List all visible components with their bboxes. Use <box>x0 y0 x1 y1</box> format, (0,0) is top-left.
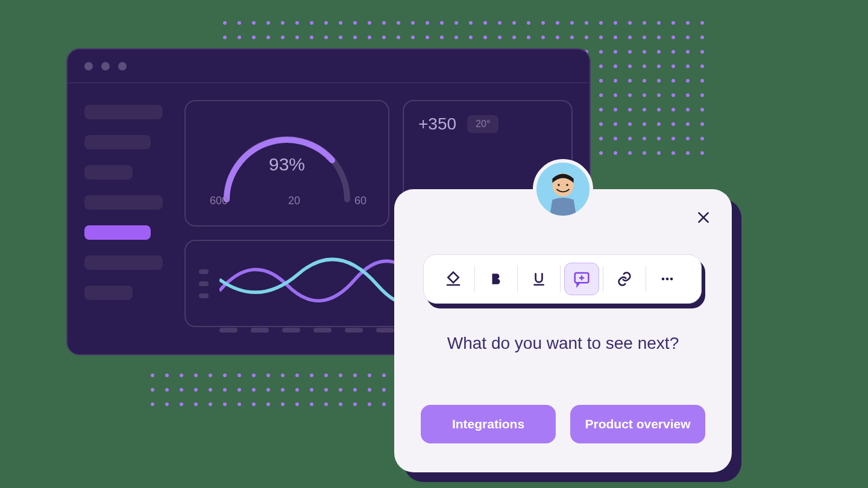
integrations-button[interactable]: Integrations <box>421 405 556 443</box>
gauge-mid: 20 <box>288 195 300 207</box>
survey-popup: What do you want to see next? Integratio… <box>394 189 732 472</box>
gauge-card: 93% 600 20 60 <box>184 100 389 227</box>
link-icon[interactable] <box>607 263 642 295</box>
avatar <box>533 159 593 219</box>
gauge-max: 60 <box>354 195 366 207</box>
sidebar-item[interactable] <box>84 286 133 300</box>
comment-add-icon[interactable] <box>564 263 599 295</box>
svg-point-7 <box>670 278 673 281</box>
chart-legend <box>199 269 209 298</box>
product-overview-button[interactable]: Product overview <box>570 405 705 443</box>
gauge-labels: 600 20 60 <box>210 195 366 207</box>
sidebar-item[interactable] <box>84 255 163 270</box>
sidebar-item-active[interactable] <box>84 225 151 240</box>
svg-point-3 <box>566 184 568 186</box>
sidebar-item[interactable] <box>84 135 151 149</box>
window-titlebar <box>68 49 590 83</box>
window-control-dot[interactable] <box>84 62 93 70</box>
sidebar-item[interactable] <box>84 105 163 119</box>
gauge-min: 600 <box>210 195 228 207</box>
sidebar <box>68 83 182 354</box>
bold-icon[interactable] <box>479 263 514 295</box>
underline-icon[interactable] <box>521 263 556 295</box>
stat-value: +350 <box>418 114 456 134</box>
window-control-dot[interactable] <box>118 62 127 70</box>
format-toolbar <box>423 254 702 304</box>
gauge-value: 93% <box>269 154 305 175</box>
close-icon[interactable] <box>696 210 711 225</box>
more-icon[interactable] <box>650 263 685 295</box>
window-control-dot[interactable] <box>101 62 110 70</box>
popup-prompt: What do you want to see next? <box>423 334 703 353</box>
svg-point-2 <box>558 184 560 186</box>
fill-color-icon[interactable] <box>436 263 471 295</box>
sidebar-item[interactable] <box>84 195 163 210</box>
svg-point-6 <box>666 278 669 281</box>
svg-point-5 <box>662 278 665 281</box>
sidebar-item[interactable] <box>84 165 133 180</box>
stat-badge: 20° <box>467 115 498 133</box>
